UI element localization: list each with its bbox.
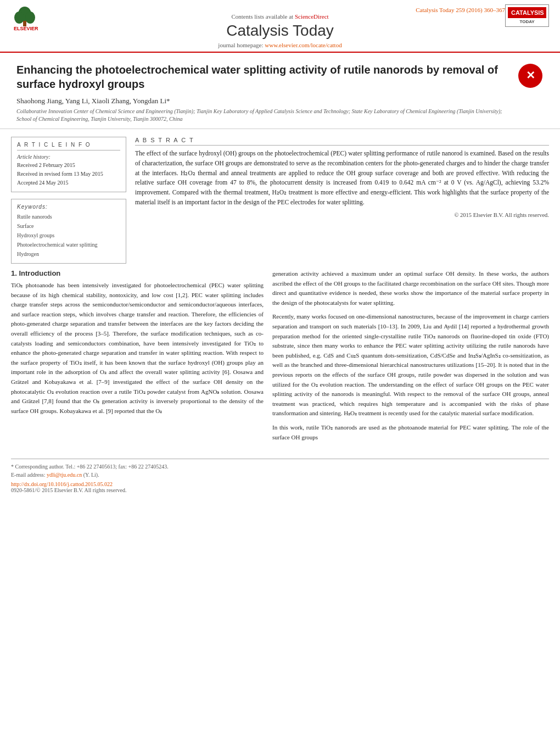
section-title-text: Introduction [19, 269, 60, 277]
homepage-label: journal homepage: [218, 42, 263, 48]
email-label: E-mail address: [11, 472, 45, 478]
accepted-date: Accepted 24 May 2015 [17, 178, 120, 187]
main-body: 1. Introduction TiO₂ photoanode has been… [0, 264, 560, 453]
keywords-list: Rutile nanorods Surface Hydroxyl groups … [17, 212, 120, 259]
keyword-5: Hydrogen [17, 249, 120, 259]
article-authors: Shaohong Jiang, Yang Li, Xiaoli Zhang, Y… [16, 97, 512, 105]
received-date: Received 2 February 2015 [17, 161, 120, 170]
article-info-box: A R T I C L E I N F O Article history: R… [11, 137, 126, 192]
section-number: 1. [11, 269, 17, 277]
article-header: Enhancing the photoelectrochemical water… [0, 53, 560, 129]
svg-text:ELSEVIER: ELSEVIER [14, 26, 38, 31]
crossmark-logo: ✕ [517, 63, 544, 89]
intro-paragraph-left: TiO₂ photoanode has been intensively inv… [11, 281, 264, 416]
svg-point-3 [25, 12, 35, 24]
keyword-4: Photoelectrochemical water splitting [17, 240, 120, 249]
article-title-section: Enhancing the photoelectrochemical water… [16, 63, 512, 123]
copyright-line: © 2015 Elsevier B.V. All rights reserved… [135, 212, 549, 218]
left-column: A R T I C L E I N F O Article history: R… [11, 137, 126, 264]
keywords-title: Keywords: [17, 204, 120, 210]
journal-info: Catalysis Today 259 (2016) 360–367 Conte… [55, 4, 505, 48]
right-column: A B S T R A C T The effect of the surfac… [135, 137, 549, 264]
keyword-1: Rutile nanorods [17, 212, 120, 221]
main-right: generation activity achieved a maximum u… [272, 269, 549, 442]
catalysis-logo: CATALYSIS TODAY [505, 4, 549, 27]
section-title: 1. Introduction [11, 269, 264, 277]
article-history-label: Article history: [17, 154, 120, 160]
keywords-box: Keywords: Rutile nanorods Surface Hydrox… [11, 199, 126, 264]
homepage-link[interactable]: www.elsevier.com/locate/cattod [265, 42, 341, 48]
article-dates: Received 2 February 2015 Received in rev… [17, 161, 120, 187]
email-suffix: (Y. Li). [83, 472, 99, 478]
sciencedirect-line: Contents lists available at ScienceDirec… [55, 13, 505, 20]
elsevier-logo: ELSEVIER [11, 4, 55, 34]
corresponding-email[interactable]: ydli@tju.edu.cn [47, 472, 82, 478]
corresponding-note: * Corresponding author. Tel.: +86 22 274… [11, 464, 169, 470]
doi-link[interactable]: http://dx.doi.org/10.1016/j.cattod.2015.… [0, 481, 560, 487]
keyword-3: Hydroxyl groups [17, 231, 120, 240]
abstract-text: The effect of the surface hydroxyl (OH) … [135, 149, 549, 208]
svg-point-2 [14, 12, 24, 24]
sciencedirect-link[interactable]: ScienceDirect [295, 13, 329, 20]
main-left: 1. Introduction TiO₂ photoanode has been… [11, 269, 264, 442]
intro-paragraph-right3: In this work, rutile TiO₂ nanorods are u… [272, 423, 549, 442]
revised-date: Received in revised form 13 May 2015 [17, 170, 120, 178]
sciencedirect-label: Contents lists available at [231, 13, 293, 20]
page: ELSEVIER Catalysis Today 259 (2016) 360–… [0, 0, 560, 742]
footer-divider [11, 459, 549, 462]
svg-text:✕: ✕ [526, 69, 535, 81]
intro-paragraph-right2: Recently, many works focused on one-dime… [272, 312, 549, 419]
footer-corresponding: * Corresponding author. Tel.: +86 22 274… [0, 462, 560, 481]
journal-header: ELSEVIER Catalysis Today 259 (2016) 360–… [0, 0, 560, 53]
intro-paragraph-right1: generation activity achieved a maximum u… [272, 269, 549, 308]
journal-citation: Catalysis Today 259 (2016) 360–367 [55, 4, 505, 13]
article-title: Enhancing the photoelectrochemical water… [16, 63, 512, 91]
homepage-line: journal homepage: www.elsevier.com/locat… [55, 42, 505, 48]
issn-text: 0920-5861/© 2015 Elsevier B.V. All right… [0, 487, 560, 499]
body-content: A R T I C L E I N F O Article history: R… [0, 129, 560, 264]
keyword-2: Surface [17, 221, 120, 231]
abstract-section: A B S T R A C T The effect of the surfac… [135, 137, 549, 218]
abstract-title: A B S T R A C T [135, 137, 549, 146]
article-info-title: A R T I C L E I N F O [17, 142, 120, 150]
journal-title: Catalysis Today [55, 22, 505, 40]
article-affiliation: Collaborative Innovation Center of Chemi… [16, 108, 512, 123]
